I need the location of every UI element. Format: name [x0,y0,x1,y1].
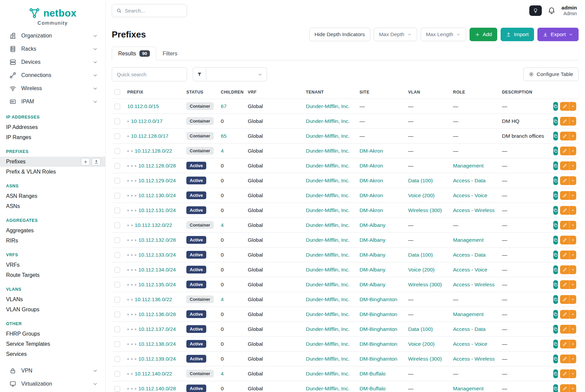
children-link[interactable]: 4 [221,222,224,228]
copy-button[interactable] [553,325,558,334]
row-checkbox[interactable] [114,371,120,377]
role-link[interactable]: Management [453,386,483,391]
role-link[interactable]: Management [453,311,483,317]
copy-button[interactable] [553,295,558,304]
import-button[interactable]: Import [501,28,534,41]
prefix-link[interactable]: 10.112.130.0/24 [138,192,176,198]
edit-button[interactable] [560,191,569,200]
edit-dropdown-button[interactable] [569,132,576,140]
edit-button[interactable] [560,384,569,392]
edit-button[interactable] [560,236,569,244]
copy-button[interactable] [553,191,558,200]
edit-button[interactable] [560,280,569,289]
prefix-link[interactable]: 10.112.131.0/24 [138,207,176,213]
tenant-link[interactable]: Dunder-Mifflin, Inc. [306,371,350,376]
edit-button[interactable] [560,132,569,140]
quick-search-input[interactable] [112,67,187,81]
column-header-children[interactable]: CHILDREN [218,85,245,99]
edit-dropdown-button[interactable] [569,251,576,259]
tenant-link[interactable]: Dunder-Mifflin, Inc. [306,341,350,347]
sidebar-item-aggregates[interactable]: Aggregates [0,226,105,236]
sidebar-item-virtualization[interactable]: Virtualization [0,377,105,390]
sidebar-item-devices[interactable]: Devices [0,55,105,69]
sidebar-item-ipam[interactable]: IPAM [0,95,105,108]
search-input[interactable] [125,8,182,14]
edit-button[interactable] [560,206,569,215]
edit-button[interactable] [560,340,569,348]
sidebar-item-service-templates[interactable]: Service Templates [0,339,105,349]
prefix-link[interactable]: 10.112.140.0/28 [138,386,176,391]
tenant-link[interactable]: Dunder-Mifflin, Inc. [306,178,350,183]
sidebar-item-vlans[interactable]: VLANs [0,294,105,305]
row-checkbox[interactable] [114,104,120,109]
add-button[interactable]: Add [470,28,498,41]
row-checkbox[interactable] [114,267,120,273]
edit-button[interactable] [560,355,569,363]
tenant-link[interactable]: Dunder-Mifflin, Inc. [306,267,350,272]
sidebar-item-services[interactable]: Services [0,349,105,359]
row-checkbox[interactable] [114,223,120,228]
edit-dropdown-button[interactable] [569,161,576,170]
role-link[interactable]: Management [453,163,483,168]
vlan-link[interactable]: Voice (200) [408,341,434,347]
site-link[interactable]: DM-Akron [360,192,383,198]
edit-button[interactable] [560,325,569,334]
edit-button[interactable] [560,221,569,230]
notifications-button[interactable] [548,6,556,15]
row-checkbox[interactable] [114,133,120,139]
copy-button[interactable] [553,147,558,155]
role-link[interactable]: Access - Data [453,178,485,183]
tenant-link[interactable]: Dunder-Mifflin, Inc. [306,282,350,287]
site-link[interactable]: DM-Akron [360,163,383,168]
column-header-vrf[interactable]: VRF [245,85,303,99]
site-link[interactable]: DM-Akron [360,148,383,154]
tenant-link[interactable]: Dunder-Mifflin, Inc. [306,252,350,258]
max-depth-dropdown[interactable]: Max Depth [374,28,417,41]
copy-button[interactable] [553,280,558,289]
copy-button[interactable] [553,355,558,363]
sidebar-item-connections[interactable]: Connections [0,69,105,82]
vlan-link[interactable]: Data (100) [408,178,433,183]
select-all-checkbox[interactable] [114,89,120,95]
prefix-link[interactable]: 10.112.136.0/28 [138,311,176,317]
role-link[interactable]: Access - Voice [453,192,487,198]
tenant-link[interactable]: Dunder-Mifflin, Inc. [306,133,350,139]
edit-button[interactable] [560,102,569,111]
sidebar-item-route-targets[interactable]: Route Targets [0,270,105,280]
sidebar-item-wireless[interactable]: Wireless [0,82,105,95]
prefix-link[interactable]: 10.112.140.0/22 [135,371,172,376]
role-link[interactable]: Access - Wireless [453,207,495,213]
tenant-link[interactable]: Dunder-Mifflin, Inc. [306,192,350,198]
site-link[interactable]: DM-Albany [360,252,385,258]
configure-table-button[interactable]: Configure Table [523,68,579,81]
row-checkbox[interactable] [114,178,120,184]
children-link[interactable]: 4 [221,371,224,376]
row-checkbox[interactable] [114,193,120,199]
theme-toggle-button[interactable] [529,5,542,16]
edit-button[interactable] [560,161,569,170]
edit-dropdown-button[interactable] [569,221,576,230]
role-link[interactable]: Access - Wireless [453,282,495,287]
edit-button[interactable] [560,117,569,126]
prefix-link[interactable]: 10.112.139.0/24 [138,356,176,362]
row-checkbox[interactable] [114,208,120,213]
add-prefix-button[interactable] [81,158,90,165]
site-link[interactable]: DM-Albany [360,267,385,272]
sidebar-item-vrfs[interactable]: VRFs [0,260,105,270]
edit-button[interactable] [560,295,569,304]
sidebar-item-rirs[interactable]: RIRs [0,236,105,246]
site-link[interactable]: DM-Binghamton [360,341,397,347]
import-prefix-button[interactable] [92,158,101,165]
tenant-link[interactable]: Dunder-Mifflin, Inc. [306,222,350,228]
sidebar-item-prefix-vlan-roles[interactable]: Prefix & VLAN Roles [0,167,105,177]
copy-button[interactable] [553,132,558,140]
tab-filters[interactable]: Filters [156,47,184,60]
copy-button[interactable] [553,310,558,319]
saved-filter-select[interactable] [206,67,267,81]
column-header-vlan[interactable]: VLAN [405,85,450,99]
tenant-link[interactable]: Dunder-Mifflin, Inc. [306,148,350,154]
tenant-link[interactable]: Dunder-Mifflin, Inc. [306,296,350,302]
edit-dropdown-button[interactable] [569,384,576,392]
edit-button[interactable] [560,176,569,185]
sidebar-item-vlan-groups[interactable]: VLAN Groups [0,305,105,315]
